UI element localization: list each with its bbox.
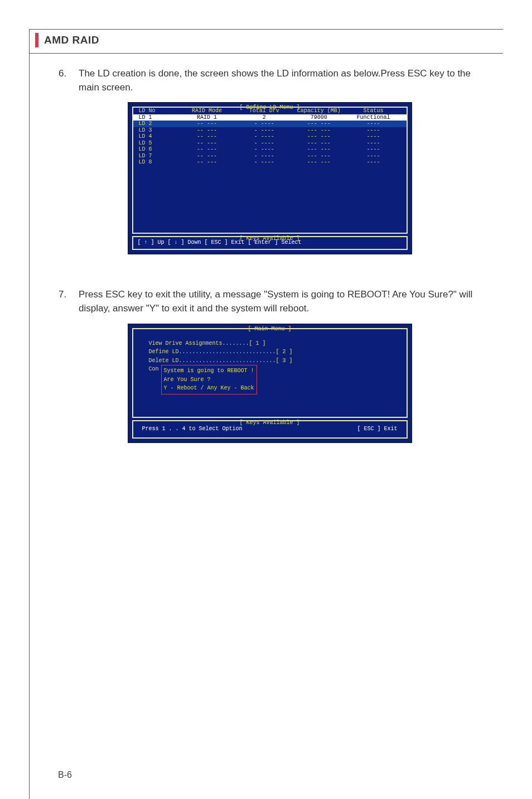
bios-define-ld-box: [ Define LD Menu ] LD No RAID Mode Total… xyxy=(132,107,408,234)
ld-row: LD 3 -- --- - ---- --- --- ---- xyxy=(133,127,407,134)
step-6: 6. The LD creation is done, the screen s… xyxy=(59,67,481,94)
section-header: AMD RAID xyxy=(30,30,503,53)
ld-row: LD 2 -- --- - ---- --- --- ---- xyxy=(133,121,407,127)
accent-bar-icon xyxy=(35,33,38,47)
keys-left: Press 1 . . 4 to Select Option xyxy=(142,426,243,432)
ld-row: LD 5 -- --- - ---- --- --- ---- xyxy=(133,140,407,147)
menu-item-con-row: Con System is going to REBOOT ! Are You … xyxy=(149,365,391,394)
step-text: Press ESC key to exit the utility, a mes… xyxy=(79,288,481,315)
step-number: 7. xyxy=(59,288,79,315)
step-text: The LD creation is done, the screen show… xyxy=(79,67,481,94)
reboot-dialog: System is going to REBOOT ! Are You Sure… xyxy=(161,365,257,394)
keys-right: [ ESC ] Exit xyxy=(357,426,397,432)
ld-col-no: LD No xyxy=(139,108,177,114)
ld-row: LD 4 -- --- - ---- --- --- ---- xyxy=(133,133,407,140)
ld-row: LD 8 -- --- - ---- --- --- ---- xyxy=(133,159,407,166)
ld-col-status: Status xyxy=(346,108,401,114)
menu-item-define-ld: Define LD.............................[ … xyxy=(149,348,391,357)
ld-row: LD 1 RAID 1 2 79000 Functional xyxy=(133,114,407,121)
ld-col-mode: RAID Mode xyxy=(177,108,237,114)
bios-define-ld-screenshot: [ Define LD Menu ] LD No RAID Mode Total… xyxy=(128,102,412,254)
main-menu-body: View Drive Assignments........[ 1 ] Defi… xyxy=(133,329,407,417)
menu-item-delete-ld: Delete LD.............................[ … xyxy=(149,357,391,365)
bios-main-menu-screenshot: [ Main Menu ] View Drive Assignments....… xyxy=(128,324,412,444)
content-area: 6. The LD creation is done, the screen s… xyxy=(30,54,503,443)
ld-row: LD 6 -- --- - ---- --- --- ---- xyxy=(133,146,407,153)
page-frame: AMD RAID 6. The LD creation is done, the… xyxy=(29,29,503,799)
bios-main-menu-box: [ Main Menu ] View Drive Assignments....… xyxy=(132,328,408,418)
menu-item-view-drive: View Drive Assignments........[ 1 ] xyxy=(149,339,391,348)
section-title: AMD RAID xyxy=(44,34,99,46)
ld-row: LD 7 -- --- - ---- --- --- ---- xyxy=(133,153,407,160)
page-number: B-6 xyxy=(58,770,72,780)
reboot-line-1: System is going to REBOOT ! xyxy=(164,367,254,376)
bios-keys-box: [ Keys Available ] Press 1 . . 4 to Sele… xyxy=(132,420,408,439)
reboot-line-3: Y - Reboot / Any Key - Back xyxy=(164,384,254,393)
bios-keys-box: [ Keys Available ] [ ↑ ] Up [ ↓ ] Down [… xyxy=(132,236,408,251)
menu-item-con-prefix: Con xyxy=(149,365,159,374)
step-7: 7. Press ESC key to exit the utility, a … xyxy=(59,288,481,315)
ld-body: LD 1 RAID 1 2 79000 Functional LD 2 -- -… xyxy=(133,114,407,233)
reboot-line-2: Are You Sure ? xyxy=(164,376,254,384)
step-number: 6. xyxy=(59,67,79,94)
